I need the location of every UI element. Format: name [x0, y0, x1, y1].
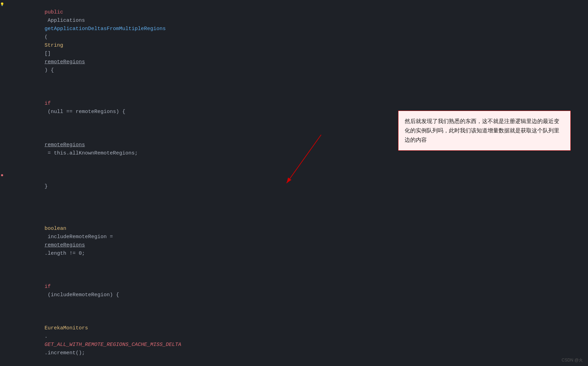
editor-container: 💡 public Applications — [0, 0, 588, 366]
plain-6: = this.allKnownRemoteRegions; — [45, 150, 138, 156]
var-remoteRegions: remoteRegions — [45, 142, 85, 148]
indicator-8 — [0, 63, 4, 72]
indicator-25 — [0, 216, 4, 225]
indicator-23 — [0, 198, 4, 207]
breakpoint-icon: 💡 — [0, 2, 4, 7]
plain-8: .length != 0; — [45, 251, 85, 256]
plain-5: (null == remoteRegions) { — [45, 109, 125, 115]
line-content-6: boolean includeRemoteRegion = remoteRegi… — [20, 208, 585, 266]
indicator-19 — [0, 162, 4, 171]
kw-if2: if — [45, 284, 51, 290]
indicator-13 — [0, 108, 4, 117]
var-remoteRegions2: remoteRegions — [45, 242, 85, 248]
indent-6 — [45, 217, 57, 223]
plain-7: includeRemoteRegion = — [45, 234, 116, 240]
fn-getApplicationDeltas: getApplicationDeltasFromMultipleRegions — [45, 26, 166, 32]
code-line-6: boolean includeRemoteRegion = remoteRegi… — [8, 208, 585, 266]
indent-4 — [45, 175, 57, 181]
type-string: String — [45, 43, 63, 48]
indicator-17 — [0, 144, 4, 153]
indicator-1: 💡 — [0, 0, 4, 9]
plain-2: ( — [45, 34, 48, 40]
indicator-12 — [0, 99, 4, 108]
indicator-22 — [0, 189, 4, 198]
kw-if: if — [45, 101, 51, 106]
line-content-4: } — [20, 166, 585, 199]
indent-8 — [45, 317, 69, 323]
plain-9: (includeRemoteRegion) { — [45, 292, 119, 298]
const-1: GET_ALL_WITH_REMOTE_REGIONS_CACHE_MISS_D… — [45, 342, 181, 348]
code-area: public Applications getApplicationDeltas… — [4, 0, 588, 366]
type-boolean: boolean — [45, 226, 66, 232]
indicator-7 — [0, 54, 4, 63]
indent-7 — [45, 275, 57, 281]
plain-3: [] — [45, 51, 54, 57]
indicator-14 — [0, 117, 4, 126]
indicator-6 — [0, 45, 4, 54]
indicator-4 — [0, 27, 4, 36]
annotation-text: 然后就发现了我们熟悉的东西，这不就是注册逻辑里边的最近变化的实例队列吗，此时我们… — [405, 118, 559, 143]
line-content-1: public Applications getApplicationDeltas… — [20, 0, 585, 83]
indicator-16 — [0, 135, 4, 144]
indicator-3 — [0, 18, 4, 27]
plain-1: Applications — [45, 18, 88, 24]
keyword-public: public — [45, 9, 63, 15]
code-line-8: EurekaMonitors . GET_ALL_WITH_REMOTE_REG… — [8, 308, 585, 366]
type-eureka: EurekaMonitors — [45, 325, 88, 331]
left-indicators: 💡 — [0, 0, 4, 366]
indicator-21 — [0, 180, 4, 189]
watermark: CSDN @火 — [561, 357, 583, 363]
indicator-5 — [0, 36, 4, 45]
annotation-box: 然后就发现了我们熟悉的东西，这不就是注册逻辑里边的最近变化的实例队列吗，此时我们… — [398, 111, 571, 151]
line-content-7: if (includeRemoteRegion) { — [20, 266, 585, 308]
line-content-5 — [20, 199, 585, 207]
dot-indicator — [1, 174, 3, 176]
code-line-5 — [8, 199, 585, 208]
code-line-7: if (includeRemoteRegion) { — [8, 266, 585, 308]
indicator-2 — [0, 9, 4, 18]
indicator-10 — [0, 81, 4, 90]
indicator-9 — [0, 72, 4, 81]
indent-3 — [45, 134, 69, 140]
close-brace-1: } — [45, 184, 48, 189]
indent-2 — [45, 92, 57, 98]
indicator-24 — [0, 207, 4, 216]
indicator-11 — [0, 90, 4, 99]
dot-1: . — [45, 334, 48, 339]
code-line-4: } — [8, 166, 585, 199]
indicator-18 — [0, 153, 4, 162]
code-line-1: public Applications getApplicationDeltas… — [8, 0, 585, 83]
line-content-8: EurekaMonitors . GET_ALL_WITH_REMOTE_REG… — [20, 308, 585, 366]
plain-4: ) { — [45, 67, 54, 73]
indicator-15 — [0, 126, 4, 135]
indicator-20 — [0, 171, 4, 180]
plain-10: .increment(); — [45, 350, 85, 356]
param-remoteRegions: remoteRegions — [45, 59, 85, 65]
